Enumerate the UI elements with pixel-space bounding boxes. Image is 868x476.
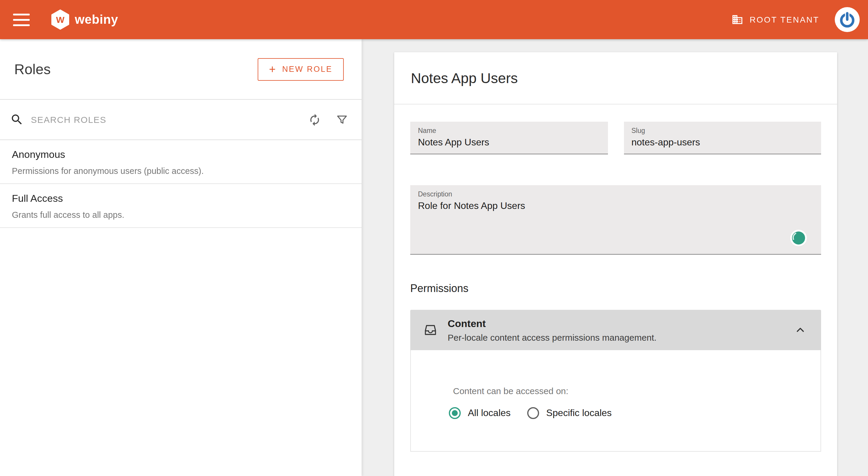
chevron-up-icon[interactable] — [794, 323, 807, 337]
svg-text:W: W — [56, 15, 65, 25]
radio-specific-locales[interactable]: Specific locales — [527, 407, 612, 419]
topbar-left: W webiny — [13, 9, 118, 30]
description-textarea[interactable]: Role for Notes App Users — [418, 201, 813, 240]
tenant-label: ROOT TENANT — [749, 15, 819, 24]
slug-field-label: Slug — [631, 127, 813, 134]
role-description: Permissions for anonymous users (public … — [12, 166, 350, 176]
search-bar — [0, 100, 362, 140]
roles-list: Anonymous Permissions for anonymous user… — [0, 140, 362, 228]
radio-selected-icon — [449, 407, 461, 419]
new-role-button[interactable]: + NEW ROLE — [258, 58, 344, 81]
slug-field[interactable]: Slug — [624, 122, 821, 154]
app-root: W webiny ROOT TENANT — [0, 0, 868, 476]
accordion-titles: Content Per-locale content access permis… — [448, 318, 657, 342]
name-field-label: Name — [418, 127, 600, 134]
card-body: Name Slug Description Role for Notes App… — [394, 104, 837, 452]
role-detail-area: Notes App Users Name Slug — [362, 39, 868, 476]
main-content: Roles + NEW ROLE — [0, 39, 868, 476]
card-header: Notes App Users — [394, 52, 837, 104]
description-field[interactable]: Description Role for Notes App Users — [410, 185, 821, 255]
accordion-header-content[interactable]: Content Per-locale content access permis… — [410, 310, 821, 350]
autosave-spinner-icon — [792, 231, 805, 245]
role-name: Anonymous — [12, 149, 350, 161]
list-item-full-access[interactable]: Full Access Grants full access to all ap… — [0, 184, 362, 228]
topbar-right: ROOT TENANT — [731, 7, 860, 32]
roles-panel-header: Roles + NEW ROLE — [0, 39, 362, 100]
power-icon — [838, 11, 856, 29]
description-field-label: Description — [418, 191, 813, 198]
permissions-heading: Permissions — [410, 283, 821, 295]
avatar[interactable] — [835, 7, 860, 32]
roles-panel: Roles + NEW ROLE — [0, 39, 362, 476]
search-input[interactable] — [30, 114, 294, 125]
search-icon — [10, 113, 24, 126]
content-permissions-accordion: Content Per-locale content access permis… — [410, 310, 821, 452]
new-role-label: NEW ROLE — [282, 65, 333, 73]
accordion-subtitle: Per-locale content access permissions ma… — [448, 332, 657, 342]
role-name: Full Access — [12, 193, 350, 205]
filter-icon[interactable] — [336, 113, 348, 126]
role-title: Notes App Users — [411, 70, 518, 86]
content-access-label: Content can be accessed on: — [453, 386, 820, 396]
accordion-body-content: Content can be accessed on: All locales … — [410, 350, 821, 452]
plus-icon: + — [269, 64, 276, 75]
role-description: Grants full access to all apps. — [12, 210, 350, 220]
list-item-anonymous[interactable]: Anonymous Permissions for anonymous user… — [0, 140, 362, 184]
webiny-logo[interactable]: W webiny — [51, 9, 118, 30]
topbar: W webiny ROOT TENANT — [0, 0, 868, 39]
webiny-hexagon-icon: W — [51, 9, 69, 30]
brand-text: webiny — [75, 12, 118, 27]
page-title: Roles — [14, 61, 51, 77]
name-field[interactable]: Name — [410, 122, 608, 154]
tenant-selector[interactable]: ROOT TENANT — [731, 14, 819, 26]
radio-all-locales[interactable]: All locales — [449, 407, 510, 419]
accordion-title: Content — [448, 318, 657, 330]
name-input[interactable] — [418, 137, 600, 148]
role-detail-card: Notes App Users Name Slug — [394, 52, 837, 476]
refresh-icon[interactable] — [308, 113, 321, 126]
name-slug-row: Name Slug — [410, 122, 821, 154]
radio-unselected-icon — [527, 407, 539, 419]
building-icon — [731, 14, 743, 26]
menu-icon[interactable] — [13, 13, 30, 26]
locale-radio-group: All locales Specific locales — [449, 407, 820, 419]
inbox-icon — [423, 323, 438, 337]
slug-input[interactable] — [631, 137, 813, 148]
